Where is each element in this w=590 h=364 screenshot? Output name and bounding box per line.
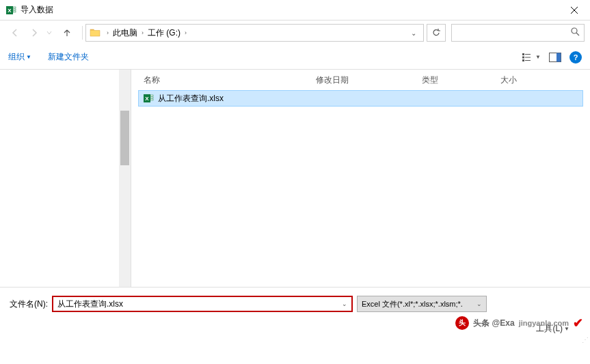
svg-text:X: X xyxy=(8,8,12,14)
view-mode-button[interactable]: ▼ xyxy=(522,53,541,62)
recent-dropdown[interactable] xyxy=(44,23,55,42)
avatar-icon: 头 xyxy=(455,316,469,330)
excel-file-icon: X xyxy=(143,93,154,104)
new-folder-label: 新建文件夹 xyxy=(48,51,89,63)
svg-rect-6 xyxy=(522,53,524,55)
svg-rect-8 xyxy=(522,56,524,58)
refresh-button[interactable] xyxy=(427,24,446,42)
toolbar: 组织 ▼ 新建文件夹 ▼ ? xyxy=(0,45,590,70)
new-folder-button[interactable]: 新建文件夹 xyxy=(48,51,89,63)
organize-label: 组织 xyxy=(8,51,25,63)
filename-value: 从工作表查询.xlsx xyxy=(57,298,123,310)
back-button[interactable] xyxy=(5,23,25,42)
resize-handle[interactable]: ⋰ xyxy=(582,338,589,341)
dialog-title: 导入数据 xyxy=(21,4,53,16)
breadcrumb-bar[interactable]: › 此电脑 › 工作 (G:) › ⌄ xyxy=(85,24,424,42)
search-icon xyxy=(571,27,580,38)
breadcrumb-item[interactable]: 此电脑 xyxy=(111,27,139,39)
dropdown-icon: ▼ xyxy=(26,54,31,60)
file-row[interactable]: X 从工作表查询.xlsx xyxy=(138,90,583,107)
bottom-panel: 文件名(N): 从工作表查询.xlsx ⌄ Excel 文件(*.xl*;*.x… xyxy=(0,287,590,343)
search-input[interactable] xyxy=(451,24,585,42)
svg-text:X: X xyxy=(145,96,149,102)
svg-rect-3 xyxy=(13,9,16,10)
svg-rect-2 xyxy=(13,7,16,8)
file-name: 从工作表查询.xlsx xyxy=(158,93,224,104)
preview-pane-button[interactable] xyxy=(549,53,561,62)
svg-rect-16 xyxy=(150,95,153,96)
separator xyxy=(82,26,83,40)
breadcrumb-dropdown[interactable]: ⌄ xyxy=(407,29,420,37)
column-header-date[interactable]: 修改日期 xyxy=(316,74,422,86)
chevron-icon[interactable]: › xyxy=(104,29,111,36)
column-header-size[interactable]: 大小 xyxy=(500,74,583,86)
folder-tree-pane[interactable] xyxy=(0,70,131,287)
excel-icon: X xyxy=(5,5,16,16)
button-row: 工具(L) ▼ 头 头条 @Exa jingyanla.com ✔ xyxy=(10,323,580,335)
filename-input[interactable]: 从工作表查询.xlsx ⌄ xyxy=(52,296,353,312)
svg-rect-17 xyxy=(150,97,153,98)
filename-label: 文件名(N): xyxy=(10,298,48,310)
main-area: 名称 修改日期 类型 大小 X 从工作表查询.xlsx xyxy=(0,70,590,287)
organize-menu[interactable]: 组织 ▼ xyxy=(8,51,31,63)
column-header-name[interactable]: 名称 xyxy=(138,74,316,86)
dropdown-icon[interactable]: ⌄ xyxy=(342,300,347,307)
folder-icon xyxy=(89,27,101,39)
forward-button[interactable] xyxy=(25,23,44,42)
chevron-icon[interactable]: › xyxy=(139,29,146,36)
up-button[interactable] xyxy=(57,23,77,42)
filter-label: Excel 文件(*.xl*;*.xlsx;*.xlsm;*. xyxy=(362,299,463,309)
svg-rect-9 xyxy=(525,57,531,57)
column-header-type[interactable]: 类型 xyxy=(422,74,500,86)
close-button[interactable] xyxy=(559,0,590,20)
svg-rect-11 xyxy=(525,60,531,61)
watermark-text: 头条 @Exa xyxy=(473,318,514,329)
svg-rect-18 xyxy=(150,99,153,100)
checkmark-icon: ✔ xyxy=(573,316,583,331)
file-type-filter[interactable]: Excel 文件(*.xl*;*.xlsx;*.xlsm;*. ⌄ xyxy=(357,296,487,312)
column-headers: 名称 修改日期 类型 大小 xyxy=(131,70,590,90)
chevron-icon[interactable]: › xyxy=(182,29,189,36)
svg-rect-4 xyxy=(13,11,16,12)
filename-row: 文件名(N): 从工作表查询.xlsx ⌄ Excel 文件(*.xl*;*.x… xyxy=(10,296,580,312)
watermark: 头 头条 @Exa jingyanla.com ✔ xyxy=(455,316,583,331)
titlebar: X 导入数据 xyxy=(0,0,590,20)
svg-rect-10 xyxy=(522,59,524,61)
nav-bar: › 此电脑 › 工作 (G:) › ⌄ xyxy=(0,20,590,45)
dropdown-icon: ⌄ xyxy=(477,300,482,307)
scrollbar[interactable] xyxy=(119,70,131,287)
help-button[interactable]: ? xyxy=(569,51,582,64)
scrollbar-thumb[interactable] xyxy=(120,111,129,165)
svg-rect-13 xyxy=(557,53,561,61)
file-list-pane: 名称 修改日期 类型 大小 X 从工作表查询.xlsx xyxy=(131,70,590,287)
svg-point-5 xyxy=(572,28,577,33)
svg-rect-7 xyxy=(525,54,531,55)
breadcrumb-item[interactable]: 工作 (G:) xyxy=(146,27,182,39)
watermark-site: jingyanla.com xyxy=(519,319,569,327)
